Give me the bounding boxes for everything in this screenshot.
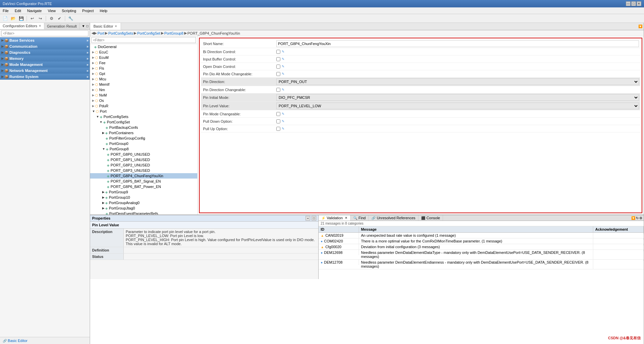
tree-item-portgroup0[interactable]: ◈ PortGroup0 [90, 141, 197, 146]
tab-generation-result[interactable]: Generation Result [44, 23, 80, 29]
tree-item-portconfigset[interactable]: ▼ ◈ PortConfigSet [90, 119, 197, 125]
validate-button[interactable]: ✔ [56, 15, 63, 22]
tree-item-portfiltergroupconfig[interactable]: ◈ PortFilterGroupConfig [90, 136, 197, 141]
menu-edit[interactable]: Edit [13, 9, 23, 13]
tree-item-portgroup10[interactable]: ▶ ◈ PortGroup10 [90, 195, 197, 200]
sidebar-item-memory[interactable]: ▶ 📦 Memory » [0, 55, 90, 62]
tree-item-diogeneral[interactable]: ◈ DioGeneral [90, 44, 197, 49]
center-filter-input[interactable] [91, 37, 196, 43]
pin-dir-changeable-checkbox[interactable] [276, 88, 280, 92]
tree-item-port-g8p1[interactable]: ◈ PORT_G8P1_UNUSED [90, 157, 197, 162]
close-button[interactable]: ✕ [637, 1, 641, 6]
generate-button[interactable]: ⚙ [48, 15, 55, 22]
pin-mode-changeable-edit-icon[interactable]: ✎ [282, 112, 284, 116]
val-refresh-icon[interactable]: ↻ [636, 216, 639, 220]
tab-unresolved-refs[interactable]: 🔗 Unresolved References [369, 215, 418, 221]
short-name-input[interactable] [276, 40, 639, 47]
tree-item-pdur[interactable]: ▶ ⬡ PduR [90, 103, 197, 109]
sidebar-item-network-management[interactable]: ▶ 📦 Network Management » [0, 68, 90, 74]
tree-item-fls[interactable]: ▶ ⬡ Fls [90, 66, 197, 71]
tab-validation[interactable]: ⚡ Validation ✕ [319, 215, 351, 221]
tab-validation-close[interactable]: ✕ [345, 216, 348, 220]
tree-item-fee[interactable]: ▶ ⬡ Fee [90, 60, 197, 66]
pin-initial-mode-select[interactable]: DIO_PFC_PMCSR [276, 94, 639, 101]
save-button[interactable]: 💾 [17, 15, 25, 22]
prop-panel-minimize[interactable]: – [306, 216, 310, 221]
tree-item-port-g8p3[interactable]: ◈ PORT_G8P3_UNUSED [90, 168, 197, 173]
prop-panel-maximize[interactable]: □ [312, 216, 316, 221]
open-drain-edit-icon[interactable]: ✎ [282, 65, 284, 68]
tab-configuration-editors[interactable]: Configuration Editors ✕ [0, 23, 44, 29]
tree-item-portgroupjtag0[interactable]: ▶ ◈ PortGroupJtag0 [90, 205, 197, 211]
tree-item-portconfigsets[interactable]: ▼ ◈ PortConfigSets [90, 114, 197, 119]
tree-item-ecuc[interactable]: ▶ ⬡ EcuC [90, 49, 197, 55]
pin-dio-alt-checkbox[interactable] [276, 72, 280, 76]
left-panel-menu-icon[interactable]: ▼ [82, 24, 85, 28]
input-buffer-edit-icon[interactable]: ✎ [282, 57, 284, 61]
tree-item-port-g8p2[interactable]: ◈ PORT_G8P2_UNUSED [90, 162, 197, 168]
menu-view[interactable]: View [46, 9, 57, 13]
menu-project[interactable]: Project [81, 9, 95, 13]
open-button[interactable]: 📂 [9, 15, 17, 22]
bi-direction-edit-icon[interactable]: ✎ [282, 50, 284, 53]
basic-editor-link[interactable]: Basic Editor [8, 339, 28, 343]
settings-button[interactable]: 🔧 [67, 15, 74, 22]
pull-down-edit-icon[interactable]: ✎ [282, 119, 284, 123]
pin-level-value-select[interactable]: PORT_PIN_LEVEL_LOW PORT_PIN_LEVEL_HIGH [276, 103, 639, 109]
filter-icon[interactable]: 🔽 [638, 25, 642, 28]
sidebar-item-communication[interactable]: ▶ 📦 Communication » [0, 43, 90, 49]
tree-item-portgroupanalog0[interactable]: ▶ ◈ PortGroupAnalog0 [90, 200, 197, 205]
tab-console[interactable]: ⬛ Console [418, 215, 443, 221]
menu-file[interactable]: File [1, 9, 10, 13]
val-filter-icon[interactable]: 🔽 [631, 216, 635, 220]
left-filter-input[interactable] [1, 30, 88, 36]
sidebar-item-mode-management[interactable]: ▶ 📦 Mode Management » [0, 62, 90, 68]
tree-item-port[interactable]: ▼ ⬡ Port [90, 109, 197, 114]
sidebar-item-diagnostics[interactable]: ▶ 📦 Diagnostics » [0, 49, 90, 55]
sidebar-item-runtime-system[interactable]: ▶ 📦 Runtime System » [0, 74, 90, 80]
tab-basic-editor[interactable]: Basic Editor ✕ [90, 23, 121, 30]
tree-item-gpt[interactable]: ▶ ⬡ Gpt [90, 71, 197, 76]
new-button[interactable]: 📄 [1, 15, 9, 22]
tree-item-port-g8p4[interactable]: ◈ PORT_G8P4_ChunFengYouXin [90, 173, 197, 179]
undo-button[interactable]: ↩ [29, 15, 36, 22]
open-drain-checkbox[interactable] [276, 65, 280, 69]
menu-navigate[interactable]: Navigate [26, 9, 43, 13]
tree-item-portgroup8[interactable]: ▼ ◈ PortGroup8 [90, 146, 197, 152]
pin-mode-changeable-checkbox[interactable] [276, 112, 280, 116]
tab-find[interactable]: 🔍 Find [351, 215, 369, 221]
breadcrumb-portgroup8[interactable]: PortGroup8 [164, 31, 184, 35]
pull-down-checkbox[interactable] [276, 119, 280, 123]
pin-direction-select[interactable]: PORT_PIN_OUT PORT_PIN_IN [276, 78, 639, 85]
tree-item-nm[interactable]: ▶ ⬡ Nm [90, 87, 197, 92]
tree-item-nvm[interactable]: ▶ ⬡ NvM [90, 92, 197, 98]
val-settings-icon[interactable]: ⚙ [639, 216, 642, 220]
input-buffer-checkbox[interactable] [276, 57, 280, 61]
bi-direction-checkbox[interactable] [276, 50, 280, 54]
maximize-button[interactable]: □ [631, 1, 636, 6]
tree-item-mcu[interactable]: ▶ ⬡ Mcu [90, 76, 197, 82]
left-panel-minimize-icon[interactable]: □ [86, 24, 88, 28]
tree-item-port-g8p5[interactable]: ◈ PORT_G8P5_BAT_Signal_EN [90, 179, 197, 184]
tree-item-memif[interactable]: ▶ ⬡ MemIf [90, 82, 197, 87]
tree-item-ecum[interactable]: ▶ ⬡ EcuM [90, 55, 197, 60]
tree-item-portgroup9[interactable]: ▶ ◈ PortGroup9 [90, 189, 197, 195]
pin-dio-alt-edit-icon[interactable]: ✎ [282, 72, 284, 76]
pull-up-checkbox[interactable] [276, 127, 280, 131]
tree-item-portbackupconfs[interactable]: ◈ PortBackupConfs [90, 125, 197, 130]
breadcrumb-portconfigset[interactable]: PortConfigSet [137, 31, 160, 35]
breadcrumb-portconfigsets[interactable]: PortConfigSets [108, 31, 133, 35]
redo-button[interactable]: ↪ [37, 15, 44, 22]
tree-item-port-g8p6[interactable]: ◈ PORT_G8P6_BAT_Power_EN [90, 184, 197, 189]
tab-basic-editor-close[interactable]: ✕ [115, 25, 117, 28]
pin-dir-changeable-edit-icon[interactable]: ✎ [282, 88, 284, 91]
menu-help[interactable]: Help [98, 9, 109, 13]
pull-up-edit-icon[interactable]: ✎ [282, 127, 284, 130]
menu-scripting[interactable]: Scripting [61, 9, 78, 13]
tree-item-portdemevent[interactable]: ◈ PortDemEventParameterRefs [90, 211, 197, 215]
minimize-button[interactable]: — [626, 1, 631, 6]
tree-item-os[interactable]: ▶ ⬡ Os [90, 98, 197, 103]
sidebar-item-base-services[interactable]: ▶ 📦 Base Services » [0, 37, 90, 43]
tree-item-port-g8p0[interactable]: ◈ PORT_G8P0_UNUSED [90, 152, 197, 157]
breadcrumb-port[interactable]: Port [97, 31, 104, 35]
